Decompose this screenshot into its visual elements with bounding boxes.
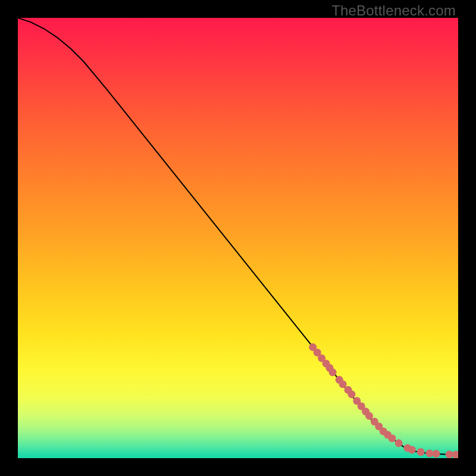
plot-area [18, 18, 458, 458]
highlight-point [425, 449, 433, 457]
highlight-point [329, 368, 337, 376]
watermark-text: TheBottleneck.com [331, 2, 456, 19]
highlight-point [395, 439, 403, 447]
highlight-point [365, 412, 373, 420]
chart-frame: TheBottleneck.com [0, 0, 476, 476]
highlight-point [347, 390, 355, 398]
chart-svg [18, 18, 458, 458]
highlight-point [389, 434, 396, 442]
highlight-point [408, 446, 416, 453]
highlight-point [417, 448, 425, 456]
highlight-point [446, 450, 453, 458]
highlight-point [339, 380, 347, 388]
gradient-background [18, 18, 458, 458]
highlight-point [433, 450, 440, 458]
